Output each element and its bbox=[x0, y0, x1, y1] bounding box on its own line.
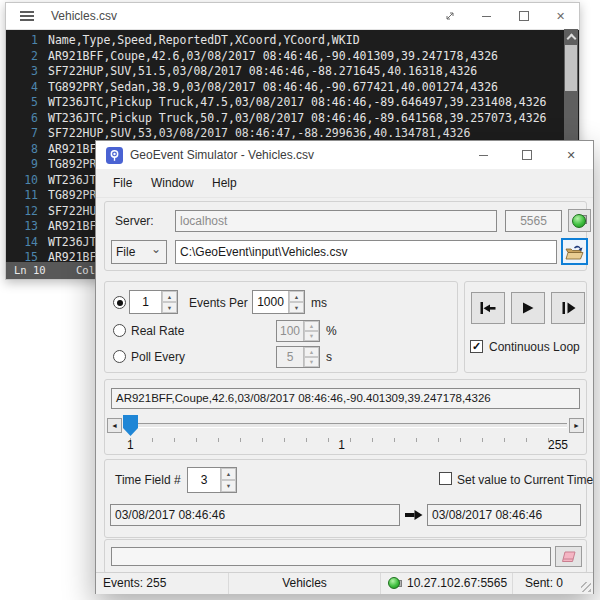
spin-down-icon[interactable]: ▼ bbox=[162, 302, 177, 313]
slider-mid-label: 1 bbox=[338, 438, 345, 452]
real-rate-radio[interactable] bbox=[113, 324, 126, 337]
csv-line: 3SF722HUP,SUV,51.5,03/08/2017 08:46:46,-… bbox=[6, 64, 564, 80]
line-number: 2 bbox=[6, 49, 38, 65]
line-text: WT236JT bbox=[48, 173, 96, 189]
line-text: WT236JTC,Pickup Truck,47.5,03/08/2017 08… bbox=[48, 95, 547, 111]
expand-icon bbox=[444, 10, 456, 22]
menu-file[interactable]: File bbox=[113, 169, 132, 197]
csv-line: 1Name,Type,Speed,ReportedDT,XCoord,YCoor… bbox=[6, 33, 564, 49]
line-text: TG892PR bbox=[48, 157, 96, 173]
server-input[interactable]: localhost bbox=[175, 210, 497, 232]
spin-up-icon[interactable]: ▲ bbox=[221, 468, 236, 480]
event-slider-track[interactable] bbox=[124, 423, 567, 428]
interval-value: 1000 bbox=[253, 291, 288, 313]
maximize-button[interactable] bbox=[505, 3, 542, 29]
time-field-value: 3 bbox=[188, 468, 220, 492]
csv-line: 4TG892PRY,Sedan,38.9,03/08/2017 08:46:46… bbox=[6, 80, 564, 96]
event-time-field[interactable]: 03/08/2017 08:46:46 bbox=[110, 504, 400, 526]
playback-group: ✓ Continuous Loop bbox=[464, 281, 587, 373]
minimize-button[interactable] bbox=[461, 141, 505, 169]
line-number: 11 bbox=[6, 188, 38, 204]
clear-button[interactable] bbox=[555, 546, 582, 567]
spin-down-icon[interactable]: ▼ bbox=[221, 480, 236, 492]
browse-file-button[interactable] bbox=[561, 238, 588, 265]
play-icon bbox=[519, 301, 537, 315]
fixed-rate-radio[interactable] bbox=[113, 296, 126, 309]
time-field-spinner[interactable]: 3 ▲▼ bbox=[187, 467, 237, 493]
close-button[interactable]: ✕ bbox=[549, 141, 593, 169]
simulator-titlebar[interactable]: GeoEvent Simulator - Vehicles.csv ✕ bbox=[96, 141, 593, 169]
slider-left-button[interactable]: ◄ bbox=[107, 418, 122, 433]
simulator-window-title: GeoEvent Simulator - Vehicles.csv bbox=[130, 141, 314, 169]
source-type-dropdown[interactable]: File ⌄ bbox=[111, 240, 167, 264]
scrollbar-thumb[interactable] bbox=[565, 45, 577, 91]
message-group bbox=[104, 539, 587, 574]
csv-line: 6WT236JTC,Pickup Truck,50.7,03/08/2017 0… bbox=[6, 111, 564, 127]
spin-up-icon[interactable]: ▲ bbox=[289, 291, 304, 302]
open-folder-icon bbox=[565, 244, 584, 260]
skip-to-start-button[interactable] bbox=[471, 292, 505, 324]
play-button[interactable] bbox=[511, 292, 545, 324]
connect-button[interactable] bbox=[568, 209, 591, 232]
slider-min-label: 1 bbox=[127, 438, 134, 452]
connection-group: Server: localhost 5565 File ⌄ C:\GeoEven… bbox=[104, 201, 587, 271]
step-forward-button[interactable] bbox=[551, 292, 585, 324]
interval-spinner[interactable]: 1000 ▲▼ bbox=[252, 290, 305, 314]
minimize-button[interactable] bbox=[468, 3, 505, 29]
resize-grip[interactable] bbox=[581, 582, 591, 592]
menubar: File Window Help bbox=[96, 169, 593, 198]
line-text: AR921BFF,Coupe,42.6,03/08/2017 08:46:46,… bbox=[48, 49, 498, 65]
scrollbar-up-button[interactable] bbox=[564, 29, 578, 44]
close-button[interactable]: ✕ bbox=[542, 3, 579, 29]
time-field-label: Time Field # bbox=[115, 473, 181, 487]
line-text: AR921BF bbox=[48, 250, 96, 262]
file-path-input[interactable]: C:\GeoEvent\input\Vehicles.csv bbox=[175, 240, 557, 264]
set-current-time-checkbox[interactable] bbox=[439, 472, 452, 485]
slider-max-label: 255 bbox=[548, 438, 568, 452]
line-number: 6 bbox=[6, 111, 38, 127]
slider-right-button[interactable]: ► bbox=[569, 418, 584, 433]
fullscreen-button[interactable] bbox=[431, 3, 468, 29]
output-time-field[interactable]: 03/08/2017 08:46:46 bbox=[427, 504, 581, 526]
editor-window-title: Vehicles.csv bbox=[51, 3, 117, 29]
editor-titlebar[interactable]: Vehicles.csv ✕ bbox=[6, 3, 579, 30]
maximize-icon bbox=[522, 150, 532, 160]
line-text: SF722HU bbox=[48, 204, 96, 220]
spin-down-icon[interactable]: ▼ bbox=[304, 331, 319, 341]
csv-line: 2AR921BFF,Coupe,42.6,03/08/2017 08:46:46… bbox=[6, 49, 564, 65]
current-event-group: AR921BFF,Coupe,42.6,03/08/2017 08:46:46,… bbox=[104, 379, 587, 455]
line-number: 7 bbox=[6, 126, 38, 142]
spin-down-icon[interactable]: ▼ bbox=[289, 302, 304, 313]
poll-every-radio[interactable] bbox=[113, 350, 126, 363]
menu-help[interactable]: Help bbox=[212, 169, 237, 197]
port-input[interactable]: 5565 bbox=[505, 210, 562, 232]
geoevent-simulator-window: GeoEvent Simulator - Vehicles.csv ✕ File… bbox=[95, 140, 594, 594]
real-rate-spinner[interactable]: 100 ▲▼ bbox=[276, 320, 320, 342]
poll-spinner[interactable]: 5 ▲▼ bbox=[276, 346, 320, 368]
spin-up-icon[interactable]: ▲ bbox=[162, 291, 177, 302]
line-text: TG892PR bbox=[48, 188, 96, 204]
simulator-statusbar: Events: 255 Vehicles 10.27.102.67:5565 S… bbox=[96, 572, 593, 594]
current-event-field[interactable]: AR921BFF,Coupe,42.6,03/08/2017 08:46:46,… bbox=[111, 388, 580, 409]
menu-window[interactable]: Window bbox=[151, 169, 194, 197]
real-rate-label: Real Rate bbox=[131, 324, 184, 338]
spin-up-icon[interactable]: ▲ bbox=[304, 321, 319, 331]
line-number: 10 bbox=[6, 173, 38, 189]
chevron-up-icon bbox=[566, 33, 576, 43]
status-endpoint: 10.27.102.67:5565 bbox=[407, 573, 507, 593]
event-slider-thumb[interactable] bbox=[123, 415, 138, 436]
csv-line: 5WT236JTC,Pickup Truck,47.5,03/08/2017 0… bbox=[6, 95, 564, 111]
line-number: 5 bbox=[6, 95, 38, 111]
skip-to-start-icon bbox=[479, 301, 497, 315]
maximize-button[interactable] bbox=[505, 141, 549, 169]
event-count-spinner[interactable]: 1 ▲▼ bbox=[129, 290, 178, 314]
status-connection-icon bbox=[388, 577, 400, 589]
line-number: 9 bbox=[6, 157, 38, 173]
line-text: TG892PRY,Sedan,38.9,03/08/2017 08:46:46,… bbox=[48, 80, 498, 96]
continuous-loop-checkbox[interactable]: ✓ bbox=[470, 340, 483, 353]
message-field[interactable] bbox=[111, 547, 551, 566]
spin-up-icon[interactable]: ▲ bbox=[304, 347, 319, 357]
line-number: 13 bbox=[6, 219, 38, 235]
spin-down-icon[interactable]: ▼ bbox=[304, 357, 319, 367]
menu-hamburger-icon[interactable] bbox=[20, 11, 34, 21]
